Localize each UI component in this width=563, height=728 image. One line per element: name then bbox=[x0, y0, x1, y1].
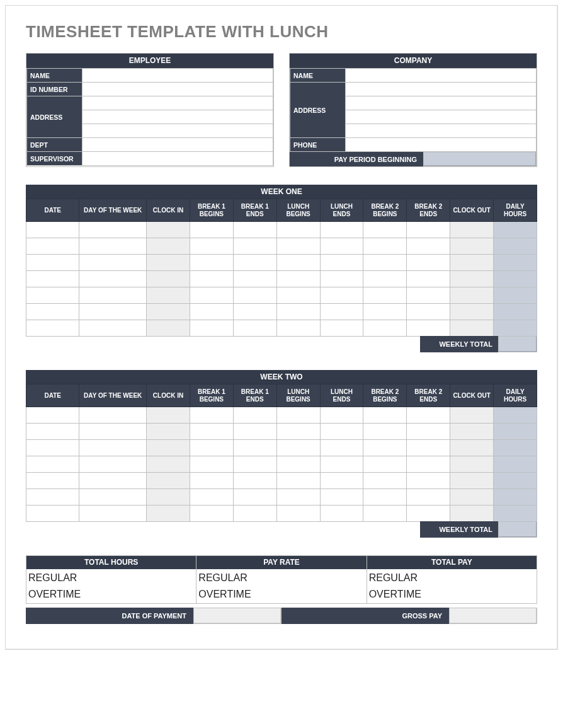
dow-cell[interactable] bbox=[79, 304, 147, 320]
lunch-begins-cell[interactable] bbox=[276, 222, 320, 238]
break2-begins-cell[interactable] bbox=[363, 287, 407, 304]
lunch-begins-cell[interactable] bbox=[276, 440, 320, 456]
clock-in-cell[interactable] bbox=[147, 238, 190, 255]
clock-out-cell[interactable] bbox=[450, 489, 494, 506]
date-cell[interactable] bbox=[26, 489, 79, 506]
dow-cell[interactable] bbox=[79, 222, 147, 238]
break2-begins-cell[interactable] bbox=[363, 440, 407, 456]
break1-ends-cell[interactable] bbox=[233, 473, 276, 489]
clock-out-cell[interactable] bbox=[450, 424, 494, 440]
break1-begins-cell[interactable] bbox=[190, 255, 233, 271]
dow-cell[interactable] bbox=[79, 424, 147, 440]
date-cell[interactable] bbox=[26, 440, 79, 456]
lunch-ends-cell[interactable] bbox=[320, 304, 363, 320]
clock-out-cell[interactable] bbox=[450, 456, 494, 473]
date-cell[interactable] bbox=[26, 255, 79, 271]
break1-begins-cell[interactable] bbox=[190, 304, 233, 320]
daily-hours-cell[interactable] bbox=[494, 506, 537, 522]
break1-ends-cell[interactable] bbox=[233, 440, 276, 456]
lunch-begins-cell[interactable] bbox=[276, 320, 320, 337]
lunch-ends-cell[interactable] bbox=[320, 287, 363, 304]
clock-in-cell[interactable] bbox=[147, 473, 190, 489]
company-address2-input[interactable] bbox=[346, 96, 537, 110]
break1-ends-cell[interactable] bbox=[233, 407, 276, 424]
lunch-begins-cell[interactable] bbox=[276, 489, 320, 506]
break1-ends-cell[interactable] bbox=[233, 271, 276, 287]
total-pay-regular-input[interactable] bbox=[426, 570, 428, 586]
total-hours-regular-input[interactable] bbox=[86, 570, 87, 586]
daily-hours-cell[interactable] bbox=[494, 407, 537, 424]
date-cell[interactable] bbox=[26, 222, 79, 238]
daily-hours-cell[interactable] bbox=[494, 304, 537, 320]
break1-ends-cell[interactable] bbox=[233, 424, 276, 440]
break2-ends-cell[interactable] bbox=[407, 304, 450, 320]
employee-supervisor-input[interactable] bbox=[82, 152, 273, 166]
break1-begins-cell[interactable] bbox=[190, 489, 233, 506]
break2-ends-cell[interactable] bbox=[407, 456, 450, 473]
date-cell[interactable] bbox=[26, 473, 79, 489]
break2-ends-cell[interactable] bbox=[407, 320, 450, 337]
lunch-ends-cell[interactable] bbox=[320, 222, 363, 238]
company-address3-input[interactable] bbox=[346, 110, 537, 124]
break2-begins-cell[interactable] bbox=[363, 473, 407, 489]
break1-begins-cell[interactable] bbox=[190, 320, 233, 337]
break1-ends-cell[interactable] bbox=[233, 456, 276, 473]
lunch-begins-cell[interactable] bbox=[276, 456, 320, 473]
clock-out-cell[interactable] bbox=[450, 440, 494, 456]
break2-begins-cell[interactable] bbox=[363, 456, 407, 473]
dow-cell[interactable] bbox=[79, 506, 147, 522]
lunch-ends-cell[interactable] bbox=[320, 271, 363, 287]
dow-cell[interactable] bbox=[79, 407, 147, 424]
break2-ends-cell[interactable] bbox=[407, 473, 450, 489]
lunch-ends-cell[interactable] bbox=[320, 489, 363, 506]
clock-out-cell[interactable] bbox=[450, 271, 494, 287]
total-hours-overtime-input[interactable] bbox=[86, 587, 87, 602]
lunch-begins-cell[interactable] bbox=[276, 506, 320, 522]
clock-out-cell[interactable] bbox=[450, 407, 494, 424]
break2-begins-cell[interactable] bbox=[363, 489, 407, 506]
employee-address1-input[interactable] bbox=[82, 96, 273, 110]
break1-ends-cell[interactable] bbox=[233, 255, 276, 271]
dow-cell[interactable] bbox=[79, 287, 147, 304]
break1-ends-cell[interactable] bbox=[233, 320, 276, 337]
break1-begins-cell[interactable] bbox=[190, 424, 233, 440]
clock-out-cell[interactable] bbox=[450, 255, 494, 271]
clock-in-cell[interactable] bbox=[147, 440, 190, 456]
dow-cell[interactable] bbox=[79, 238, 147, 255]
daily-hours-cell[interactable] bbox=[494, 489, 537, 506]
break2-ends-cell[interactable] bbox=[407, 222, 450, 238]
dow-cell[interactable] bbox=[79, 320, 147, 337]
date-cell[interactable] bbox=[26, 304, 79, 320]
clock-in-cell[interactable] bbox=[147, 489, 190, 506]
pay-rate-overtime-input[interactable] bbox=[256, 587, 257, 602]
date-cell[interactable] bbox=[26, 320, 79, 337]
clock-in-cell[interactable] bbox=[147, 320, 190, 337]
daily-hours-cell[interactable] bbox=[494, 271, 537, 287]
dow-cell[interactable] bbox=[79, 473, 147, 489]
break1-begins-cell[interactable] bbox=[190, 407, 233, 424]
clock-out-cell[interactable] bbox=[450, 473, 494, 489]
break1-ends-cell[interactable] bbox=[233, 489, 276, 506]
break2-begins-cell[interactable] bbox=[363, 255, 407, 271]
lunch-begins-cell[interactable] bbox=[276, 238, 320, 255]
dow-cell[interactable] bbox=[79, 440, 147, 456]
daily-hours-cell[interactable] bbox=[494, 456, 537, 473]
break1-ends-cell[interactable] bbox=[233, 222, 276, 238]
date-of-payment-input[interactable] bbox=[193, 608, 282, 624]
dow-cell[interactable] bbox=[79, 456, 147, 473]
lunch-ends-cell[interactable] bbox=[320, 320, 363, 337]
clock-out-cell[interactable] bbox=[450, 238, 494, 255]
break2-ends-cell[interactable] bbox=[407, 255, 450, 271]
lunch-ends-cell[interactable] bbox=[320, 255, 363, 271]
daily-hours-cell[interactable] bbox=[494, 222, 537, 238]
break2-begins-cell[interactable] bbox=[363, 506, 407, 522]
date-cell[interactable] bbox=[26, 271, 79, 287]
break2-begins-cell[interactable] bbox=[363, 271, 407, 287]
dow-cell[interactable] bbox=[79, 489, 147, 506]
lunch-begins-cell[interactable] bbox=[276, 424, 320, 440]
clock-in-cell[interactable] bbox=[147, 424, 190, 440]
dow-cell[interactable] bbox=[79, 271, 147, 287]
lunch-ends-cell[interactable] bbox=[320, 238, 363, 255]
employee-dept-input[interactable] bbox=[82, 138, 273, 152]
date-cell[interactable] bbox=[26, 506, 79, 522]
